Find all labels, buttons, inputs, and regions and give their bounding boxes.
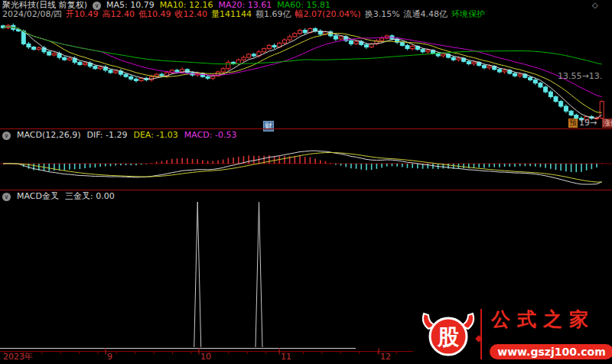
candle [549, 92, 552, 96]
axis-label: 10 [200, 353, 211, 362]
candle [83, 63, 87, 64]
candle [32, 47, 36, 50]
candle [93, 67, 97, 69]
quote-turnover: 换3.15% [365, 10, 400, 19]
candle [37, 48, 41, 50]
macd-name[interactable]: MACD(12,26,9) [17, 131, 81, 140]
candle [298, 31, 302, 34]
candle [314, 28, 317, 31]
candle [242, 57, 246, 60]
collapse-signal-icon[interactable]: ∨ [2, 193, 11, 201]
candle [78, 62, 82, 64]
panel-divider-1[interactable] [0, 128, 612, 129]
quote-close: 收12.40 [175, 10, 208, 19]
dif-line [3, 151, 602, 184]
candle [67, 58, 71, 60]
forecast-marker-icon[interactable]: 预 [568, 119, 578, 128]
quote-open: 开10.49 [66, 10, 99, 19]
logo-diamond-icon: ◆ [475, 333, 482, 343]
macd-value: MACD: -0.53 [184, 131, 237, 140]
quote-amount: 额1.69亿 [256, 10, 291, 19]
ma20-line [3, 27, 602, 97]
panel-divider-2[interactable] [0, 190, 612, 190]
quote-bar: 2024/02/08/四 开10.49 高12.40 低10.49 收12.40… [2, 10, 485, 19]
candle [518, 74, 522, 76]
candle [472, 62, 476, 63]
candle [109, 70, 112, 73]
logo-url[interactable]: www.gszj100.com [490, 344, 612, 359]
candle [247, 54, 251, 57]
candle [262, 49, 266, 52]
candle [544, 87, 548, 92]
forecast-note: 19→ [579, 119, 597, 128]
macd-header: ∨ MACD(12,26,9) DIF: -1.29 DEA: -1.03 MA… [2, 131, 236, 140]
candle [52, 54, 56, 55]
candle [529, 77, 532, 80]
candle [47, 52, 51, 55]
candle [533, 80, 537, 83]
window-diamond-icon[interactable]: ◇ [592, 1, 598, 10]
ma60-line [3, 27, 602, 64]
signal-header: ∨ MACD金叉 三金叉: 0.00 [2, 192, 115, 201]
candle [114, 71, 118, 73]
candle [129, 76, 133, 79]
candle [554, 96, 558, 101]
candle [160, 74, 164, 76]
collapse-main-icon[interactable]: ∨ [93, 2, 101, 10]
candle [564, 106, 568, 111]
candle [63, 57, 67, 60]
ma10-line [3, 27, 602, 113]
quote-volume: 量141144 [211, 10, 252, 19]
candle [380, 38, 384, 41]
candle [400, 42, 404, 45]
watermark-logo: 股 ◆ 公式之家 www.gszj100.com [413, 304, 612, 364]
candle [99, 67, 103, 69]
quote-range: 幅2.07(20.04%) [295, 10, 361, 19]
industry-tag[interactable]: 环境保护 [451, 10, 485, 19]
candle [272, 45, 276, 47]
candle [252, 54, 256, 56]
candle [267, 45, 271, 48]
axis-label: 9 [107, 353, 112, 362]
axis-label: 11 [281, 353, 291, 362]
candle [411, 46, 415, 48]
quote-date: 2024/02/08/四 [2, 10, 62, 19]
candle [513, 73, 517, 76]
report-marker-icon[interactable]: 财 [263, 121, 274, 132]
candle [539, 83, 542, 87]
signal-name[interactable]: MACD金叉 [17, 192, 59, 201]
candle [569, 111, 573, 115]
axis-label: 12 [380, 353, 391, 362]
candle [288, 37, 291, 40]
candle [405, 45, 409, 48]
bull-icon: 股 [419, 306, 477, 361]
candle [139, 78, 143, 80]
candle [303, 31, 307, 33]
candle [441, 54, 445, 56]
candle [150, 76, 154, 80]
candle [226, 62, 230, 68]
candle [559, 102, 563, 106]
tdx-window: 聚光科技(日线 前复权) ∨ MA5: 10.79 MA10: 12.16 MA… [0, 0, 612, 364]
candle [282, 40, 286, 43]
candle [206, 76, 210, 78]
candle [426, 50, 430, 52]
candle [467, 61, 470, 63]
candle [364, 44, 368, 47]
quote-high: 高12.40 [103, 10, 135, 19]
candle [487, 67, 491, 68]
candle [236, 60, 240, 63]
candle [221, 69, 225, 72]
candle [124, 74, 128, 76]
candle [134, 79, 138, 80]
logo-title: 公式之家 [491, 315, 595, 324]
candle [497, 70, 501, 72]
dea-line [3, 152, 602, 182]
collapse-macd-icon[interactable]: ∨ [2, 132, 11, 140]
limit-up-marker-icon[interactable]: 涨停 [602, 119, 612, 128]
svg-text:股: 股 [437, 324, 460, 349]
candle [349, 41, 353, 44]
quote-low: 低10.49 [138, 10, 171, 19]
candle [27, 44, 31, 47]
axis-label: 2023年 [3, 353, 33, 362]
